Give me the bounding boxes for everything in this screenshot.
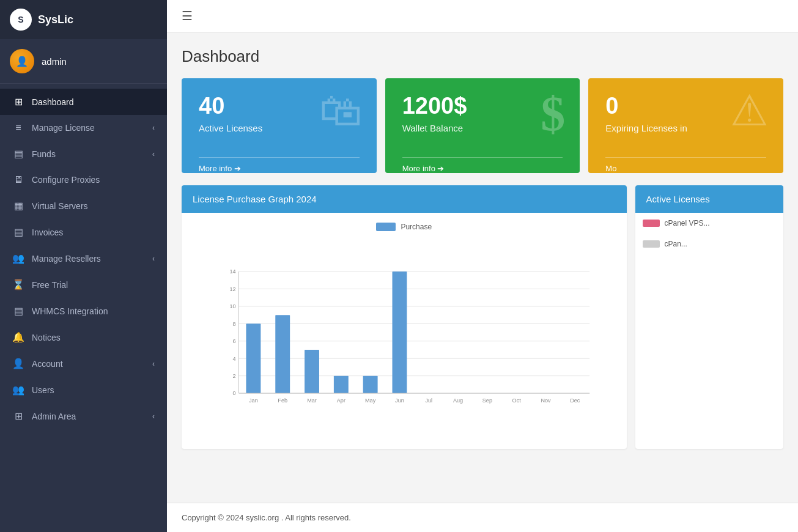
sidebar-username: admin [42, 56, 67, 67]
sidebar-user[interactable]: 👤 admin [0, 39, 167, 84]
bar-chart-svg: 02468101214JanFebMarAprMayJunJulAugSepOc… [220, 248, 595, 432]
more-info-link[interactable]: Mo [605, 157, 766, 173]
sidebar-item-label: Manage License [32, 123, 95, 133]
charts-row: License Purchase Graph 2024 Purchase 024… [182, 185, 783, 449]
chevron-right-icon: ‹ [152, 412, 155, 421]
sidebar-item-invoices[interactable]: ▤ Invoices [0, 219, 167, 245]
bar-chart-area: 02468101214JanFebMarAprMayJunJulAugSepOc… [189, 236, 619, 444]
content-area: Dashboard 🛍 40 Active Licenses More info… [167, 32, 798, 493]
stat-label: Wallet Balance [402, 123, 563, 133]
svg-text:4: 4 [232, 356, 235, 362]
sidebar-item-funds[interactable]: ▤ Funds ‹ [0, 141, 167, 167]
whmcs-integration-icon: ▤ [12, 305, 24, 317]
svg-text:Apr: Apr [337, 397, 345, 404]
sidebar-item-label: Dashboard [32, 97, 74, 107]
sidebar-item-label: Account [32, 359, 63, 369]
side-chart-header: Active Licenses [635, 185, 784, 213]
bar-chart-header: License Purchase Graph 2024 [182, 185, 627, 213]
dashboard-icon: ⊞ [12, 96, 24, 108]
sidebar-item-label: Funds [32, 149, 56, 159]
admin-area-icon: ⊞ [12, 410, 24, 422]
svg-text:Oct: Oct [512, 397, 522, 404]
footer-text: Copyright © 2024 syslic.org . All rights… [182, 513, 351, 522]
legend-item: cPan... [635, 234, 784, 254]
chevron-right-icon: ‹ [152, 124, 155, 132]
svg-text:Aug: Aug [453, 397, 463, 404]
sidebar-logo: S [10, 9, 32, 31]
sidebar-nav: ⊞ Dashboard ≡ Manage License ‹ ▤ Funds ‹… [0, 84, 167, 532]
sidebar-item-configure-proxies[interactable]: 🖥 Configure Proxies [0, 167, 167, 193]
footer: Copyright © 2024 syslic.org . All rights… [167, 503, 798, 532]
legend-text: cPanel VPS... [665, 219, 710, 227]
free-trial-icon: ⌛ [12, 279, 24, 290]
stat-card-active-licenses: 🛍 40 Active Licenses More info ➔ [182, 78, 377, 173]
stat-label: Expiring Licenses in [605, 123, 766, 133]
chevron-right-icon: ‹ [152, 254, 155, 263]
sidebar-item-dashboard[interactable]: ⊞ Dashboard [0, 89, 167, 115]
svg-text:10: 10 [229, 303, 235, 309]
legend-text: cPan... [665, 240, 687, 248]
sidebar-item-whmcs-integration[interactable]: ▤ WHMCS Integration [0, 298, 167, 324]
svg-rect-20 [305, 350, 319, 393]
topbar: ☰ [167, 0, 798, 32]
bar-chart-panel: License Purchase Graph 2024 Purchase 024… [182, 185, 627, 449]
sidebar-item-label: Virtual Servers [32, 201, 88, 211]
svg-text:Dec: Dec [570, 397, 580, 404]
sidebar-item-account[interactable]: 👤 Account ‹ [0, 350, 167, 377]
side-panel-legend: cPanel VPS... cPan... [635, 213, 784, 254]
svg-text:2: 2 [232, 373, 235, 379]
legend-item: cPanel VPS... [635, 213, 784, 234]
stat-card-expiring-licenses: ⚠ 0 Expiring Licenses in Mo [588, 78, 783, 173]
sidebar-header: S SysLic [0, 0, 167, 39]
sidebar-item-label: Free Trial [32, 280, 68, 290]
legend-color-box [376, 223, 396, 231]
bar-chart-legend: Purchase [189, 223, 619, 231]
chevron-right-icon: ‹ [152, 150, 155, 158]
main-content: ☰ Dashboard 🛍 40 Active Licenses More in… [167, 0, 798, 532]
chevron-right-icon: ‹ [152, 360, 155, 368]
funds-icon: ▤ [12, 148, 24, 160]
sidebar-item-label: Manage Resellers [32, 254, 101, 264]
svg-rect-16 [246, 323, 260, 393]
hamburger-icon[interactable]: ☰ [182, 9, 193, 23]
svg-text:6: 6 [232, 338, 235, 344]
more-info-link[interactable]: More info ➔ [199, 157, 360, 173]
sidebar-item-manage-resellers[interactable]: 👥 Manage Resellers ‹ [0, 245, 167, 272]
svg-text:May: May [365, 397, 376, 404]
legend-label: Purchase [401, 223, 432, 231]
bar-chart-body: Purchase 02468101214JanFebMarAprMayJunJu… [182, 213, 627, 449]
manage-resellers-icon: 👥 [12, 253, 24, 264]
svg-text:Jul: Jul [425, 397, 432, 404]
svg-rect-26 [393, 272, 407, 393]
sidebar-item-label: WHMCS Integration [32, 306, 108, 316]
sidebar: S SysLic 👤 admin ⊞ Dashboard ≡ Manage Li… [0, 0, 167, 532]
side-chart-title: Active Licenses [646, 194, 710, 204]
svg-text:Nov: Nov [541, 397, 551, 404]
svg-rect-22 [334, 376, 349, 393]
sidebar-item-label: Admin Area [32, 412, 76, 421]
virtual-servers-icon: ▦ [12, 200, 24, 212]
sidebar-item-notices[interactable]: 🔔 Notices [0, 324, 167, 350]
sidebar-item-users[interactable]: 👥 Users [0, 377, 167, 403]
svg-text:12: 12 [229, 286, 235, 292]
sidebar-item-label: Users [32, 385, 54, 395]
svg-rect-18 [275, 315, 290, 393]
invoices-icon: ▤ [12, 226, 24, 238]
svg-text:Jun: Jun [395, 397, 404, 404]
bar-chart-title: License Purchase Graph 2024 [193, 194, 317, 204]
manage-license-icon: ≡ [12, 122, 24, 133]
stats-row: 🛍 40 Active Licenses More info ➔ $ 1200$… [182, 78, 783, 173]
legend-color [643, 240, 660, 248]
sidebar-app-name: SysLic [38, 13, 73, 26]
sidebar-item-virtual-servers[interactable]: ▦ Virtual Servers [0, 193, 167, 219]
svg-text:Jan: Jan [249, 397, 258, 404]
side-chart-panel: Active Licenses cPanel VPS... cPan... [635, 185, 784, 449]
svg-text:14: 14 [229, 268, 235, 275]
sidebar-item-free-trial[interactable]: ⌛ Free Trial [0, 272, 167, 298]
account-icon: 👤 [12, 358, 24, 369]
sidebar-item-admin-area[interactable]: ⊞ Admin Area ‹ [0, 403, 167, 429]
page-title: Dashboard [182, 47, 783, 66]
legend-color [643, 220, 660, 227]
more-info-link[interactable]: More info ➔ [402, 157, 563, 173]
sidebar-item-manage-license[interactable]: ≡ Manage License ‹ [0, 115, 167, 141]
